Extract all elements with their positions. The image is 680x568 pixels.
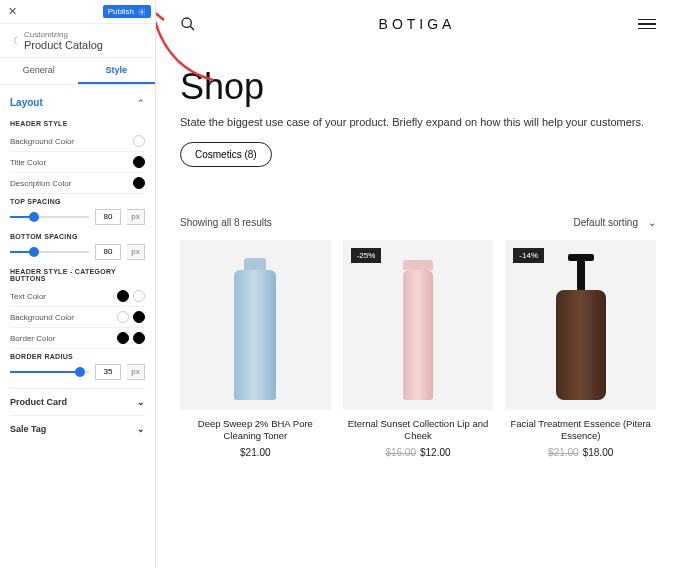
- gear-icon[interactable]: [138, 8, 146, 16]
- cat-buttons-title: HEADER STYLE - CATEGORY BUTTONS: [10, 268, 145, 282]
- bg-color-label: Background Color: [10, 137, 74, 146]
- top-spacing-title: TOP SPACING: [10, 198, 145, 205]
- product-image: -14%: [505, 240, 656, 410]
- bottom-spacing-slider[interactable]: [10, 251, 89, 253]
- page-title: Shop: [180, 66, 656, 108]
- svg-line-2: [190, 26, 194, 30]
- crumb-title: Product Catalog: [24, 39, 103, 51]
- swatch-b3[interactable]: [117, 332, 129, 344]
- border-radius-block: BORDER RADIUS 35 px: [10, 353, 145, 380]
- row-desc-color: Description Color: [10, 173, 145, 194]
- bottom-spacing-block: BOTTOM SPACING 80 px: [10, 233, 145, 260]
- swatch-b4[interactable]: [133, 332, 145, 344]
- row-title-color: Title Color: [10, 152, 145, 173]
- bottom-spacing-unit: px: [127, 244, 145, 260]
- layout-accordion[interactable]: Layout ⌃: [10, 93, 145, 116]
- border-radius-title: BORDER RADIUS: [10, 353, 145, 360]
- breadcrumb-text: Customizing Product Catalog: [24, 30, 103, 51]
- row-bg-color: Background Color: [10, 131, 145, 152]
- tab-general[interactable]: General: [0, 58, 78, 84]
- chevron-down-icon3: ⌄: [648, 217, 656, 228]
- sale-tag-accordion[interactable]: Sale Tag ⌄: [10, 415, 145, 442]
- new-price: $18.00: [583, 447, 614, 458]
- product-grid: Deep Sweep 2% BHA Pore Cleaning Toner $2…: [180, 240, 656, 458]
- product-card-label: Product Card: [10, 397, 67, 407]
- row-bg-color2: Background Color: [10, 307, 145, 328]
- search-icon[interactable]: [180, 16, 196, 32]
- top-spacing-value[interactable]: 80: [95, 209, 121, 225]
- sort-select[interactable]: Default sorting ⌄: [574, 217, 656, 228]
- chevron-down-icon2: ⌄: [137, 424, 145, 434]
- swatch-black[interactable]: [133, 156, 145, 168]
- header-style-title: HEADER STYLE: [10, 120, 145, 127]
- results-bar: Showing all 8 results Default sorting ⌄: [180, 217, 656, 228]
- sale-badge: -25%: [351, 248, 382, 263]
- product-price: $21.00: [180, 447, 331, 458]
- swatch-b1[interactable]: [117, 290, 129, 302]
- new-price: $12.00: [420, 447, 451, 458]
- sort-label: Default sorting: [574, 217, 638, 228]
- chevron-up-icon: ⌃: [137, 98, 145, 108]
- swatch-white[interactable]: [133, 135, 145, 147]
- category-chip[interactable]: Cosmetics (8): [180, 142, 272, 167]
- brand-logo[interactable]: BOTIGA: [379, 16, 456, 32]
- product-card[interactable]: Deep Sweep 2% BHA Pore Cleaning Toner $2…: [180, 240, 331, 458]
- preview-pane: BOTIGA Shop State the biggest use case o…: [156, 0, 680, 568]
- product-price: $16.00$12.00: [343, 447, 494, 458]
- publish-label: Publish: [108, 7, 134, 16]
- page-description: State the biggest use case of your produ…: [180, 116, 656, 128]
- svg-point-1: [182, 18, 191, 27]
- product-card-accordion[interactable]: Product Card ⌄: [10, 388, 145, 415]
- desc-color-label: Description Color: [10, 179, 71, 188]
- border-radius-slider[interactable]: [10, 371, 89, 373]
- bg-color2-label: Background Color: [10, 313, 74, 322]
- product-price: $21.00$18.00: [505, 447, 656, 458]
- preview-content: Shop State the biggest use case of your …: [156, 66, 680, 458]
- product-title: Facial Treatment Essence (Pitera Essence…: [505, 418, 656, 443]
- tabs: General Style: [0, 58, 155, 85]
- product-image: -25%: [343, 240, 494, 410]
- preview-topbar: BOTIGA: [156, 0, 680, 42]
- border-radius-value[interactable]: 35: [95, 364, 121, 380]
- top-spacing-slider[interactable]: [10, 216, 89, 218]
- sale-tag-label: Sale Tag: [10, 424, 46, 434]
- text-color-label: Text Color: [10, 292, 46, 301]
- product-title: Deep Sweep 2% BHA Pore Cleaning Toner: [180, 418, 331, 443]
- hamburger-icon[interactable]: [638, 19, 656, 30]
- customizer-sidebar: ✕ Publish 〈 Customizing Product Catalog …: [0, 0, 156, 568]
- bottom-spacing-value[interactable]: 80: [95, 244, 121, 260]
- top-spacing-block: TOP SPACING 80 px: [10, 198, 145, 225]
- tab-style[interactable]: Style: [78, 58, 156, 84]
- breadcrumb: 〈 Customizing Product Catalog: [0, 24, 155, 58]
- swatch-w2[interactable]: [117, 311, 129, 323]
- swatch-b2[interactable]: [133, 311, 145, 323]
- product-card[interactable]: -25% Eternal Sunset Collection Lip and C…: [343, 240, 494, 458]
- chevron-down-icon: ⌄: [137, 397, 145, 407]
- border-radius-unit: px: [127, 364, 145, 380]
- old-price: $16.00: [385, 447, 416, 458]
- publish-button[interactable]: Publish: [103, 5, 151, 18]
- back-icon[interactable]: 〈: [8, 34, 18, 48]
- old-price: $21.00: [548, 447, 579, 458]
- bottom-spacing-title: BOTTOM SPACING: [10, 233, 145, 240]
- row-text-color: Text Color: [10, 286, 145, 307]
- sale-badge: -14%: [513, 248, 544, 263]
- top-spacing-unit: px: [127, 209, 145, 225]
- title-color-label: Title Color: [10, 158, 46, 167]
- swatch-black2[interactable]: [133, 177, 145, 189]
- product-card[interactable]: -14% Facial Treatment Essence (Pitera Es…: [505, 240, 656, 458]
- row-border-color: Border Color: [10, 328, 145, 349]
- crumb-sub: Customizing: [24, 30, 103, 39]
- product-title: Eternal Sunset Collection Lip and Cheek: [343, 418, 494, 443]
- svg-point-0: [141, 11, 143, 13]
- sidebar-top-row: ✕ Publish: [0, 0, 155, 24]
- close-icon[interactable]: ✕: [4, 3, 21, 20]
- layout-label: Layout: [10, 97, 43, 108]
- panel-body: Layout ⌃ HEADER STYLE Background Color T…: [0, 85, 155, 568]
- results-count: Showing all 8 results: [180, 217, 272, 228]
- product-image: [180, 240, 331, 410]
- swatch-w1[interactable]: [133, 290, 145, 302]
- border-color-label: Border Color: [10, 334, 55, 343]
